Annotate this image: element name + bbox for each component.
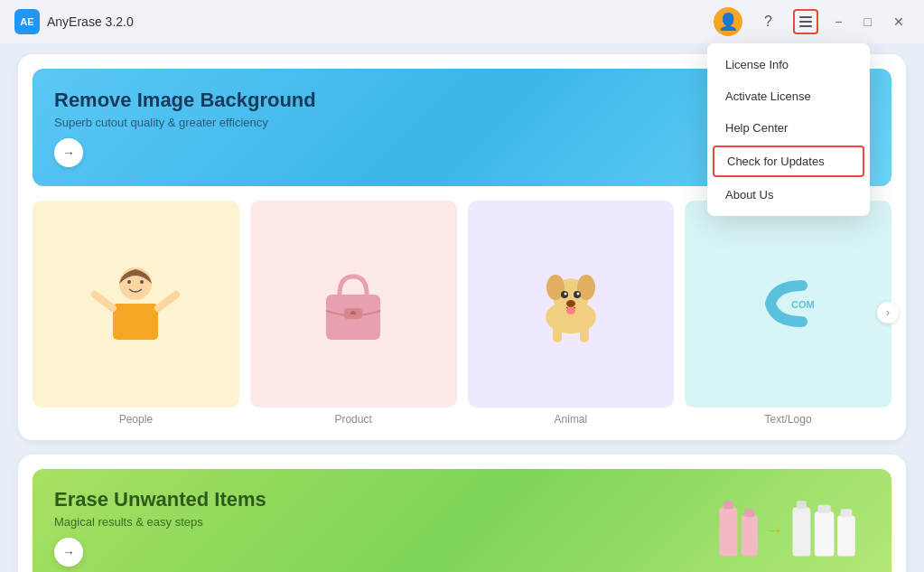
erase-banner: Erase Unwanted Items Magical results & e… (33, 469, 891, 572)
product-svg (303, 258, 403, 349)
remove-banner-title: Remove Image Background (54, 89, 316, 112)
remove-banner-text: Remove Image Background Superb cutout qu… (54, 89, 316, 167)
close-button[interactable]: ✕ (888, 11, 910, 33)
title-bar-left: AE AnyErase 3.2.0 (14, 9, 134, 34)
animal-svg (521, 258, 621, 349)
svg-rect-30 (720, 507, 738, 556)
animal-label: Animal (555, 413, 588, 426)
erase-banner-text: Erase Unwanted Items Magical results & e… (54, 488, 266, 567)
svg-line-13 (158, 295, 176, 308)
textlogo-label: Text/Logo (765, 413, 812, 426)
svg-rect-33 (744, 509, 754, 517)
help-center-item[interactable]: Help Center (707, 112, 870, 144)
remove-items-grid: People Produc (33, 201, 891, 426)
title-bar-right: 👤 ? − □ ✕ (714, 7, 910, 36)
product-thumb (250, 201, 457, 408)
svg-rect-36 (797, 501, 807, 509)
svg-rect-27 (553, 326, 562, 342)
svg-rect-9 (113, 304, 158, 340)
product-label: Product (334, 413, 371, 426)
animal-item[interactable]: Animal (468, 201, 675, 426)
people-svg (86, 258, 185, 349)
svg-point-24 (576, 293, 579, 295)
remove-arrow-button[interactable]: → (54, 138, 83, 167)
avatar-button[interactable]: 👤 (714, 7, 742, 36)
svg-text:COM: COM (791, 299, 815, 310)
products-svg: → (707, 487, 870, 568)
people-item[interactable]: People (33, 201, 239, 426)
erase-banner-subtitle: Magical results & easy steps (54, 515, 266, 529)
svg-rect-32 (742, 515, 758, 556)
erase-banner-title: Erase Unwanted Items (54, 488, 266, 511)
svg-point-23 (564, 293, 566, 295)
svg-rect-35 (793, 507, 811, 556)
scroll-right-arrow[interactable]: › (877, 302, 899, 324)
remove-banner-subtitle: Superb cutout quality & greater efficien… (54, 116, 316, 129)
textlogo-thumb: COM (685, 201, 891, 408)
erase-arrow-button[interactable]: → (54, 538, 83, 567)
svg-text:→: → (766, 520, 784, 539)
svg-point-11 (140, 280, 144, 284)
check-updates-item[interactable]: Check for Updates (713, 145, 864, 177)
svg-rect-40 (841, 509, 853, 517)
menu-button[interactable] (793, 9, 818, 34)
app-logo: AE (14, 9, 40, 34)
product-item[interactable]: Product (250, 201, 457, 426)
textlogo-item[interactable]: COM Text/Logo (685, 201, 891, 426)
maximize-button[interactable]: □ (859, 11, 877, 33)
license-info-item[interactable]: License Info (707, 49, 870, 80)
products-illustration: → (707, 487, 870, 568)
svg-point-10 (127, 280, 131, 284)
erase-items-card: Erase Unwanted Items Magical results & e… (18, 455, 906, 572)
help-button[interactable]: ? (753, 7, 782, 36)
about-us-item[interactable]: About Us (707, 179, 870, 211)
svg-point-25 (566, 300, 575, 307)
svg-line-12 (95, 295, 113, 308)
people-label: People (119, 413, 153, 426)
minimize-button[interactable]: − (829, 11, 847, 33)
animal-thumb (468, 201, 675, 408)
app-title: AnyErase 3.2.0 (47, 14, 134, 29)
menu-line (799, 16, 812, 18)
activate-license-item[interactable]: Activate License (707, 80, 870, 112)
textlogo-svg: COM (739, 258, 838, 349)
svg-rect-37 (815, 511, 835, 557)
svg-rect-31 (723, 501, 733, 509)
title-bar: AE AnyErase 3.2.0 👤 ? − □ ✕ (0, 0, 924, 43)
menu-line (799, 25, 812, 27)
svg-rect-39 (837, 515, 855, 556)
svg-rect-38 (817, 505, 830, 513)
svg-rect-28 (580, 326, 589, 342)
dropdown-menu: License Info Activate License Help Cente… (707, 43, 870, 216)
menu-line (799, 21, 812, 23)
people-thumb (33, 201, 239, 408)
svg-point-26 (566, 307, 575, 314)
